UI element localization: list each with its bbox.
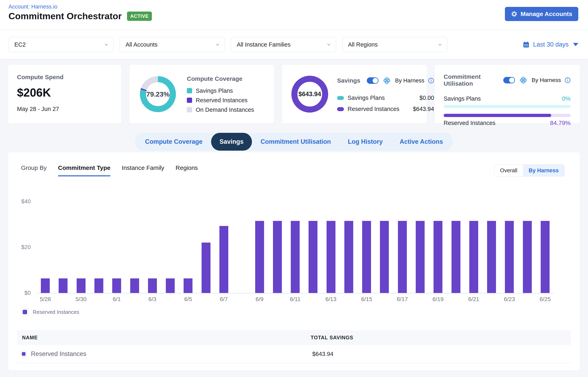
x-axis-label: 6/17 [393,296,411,303]
chart-bar-6-16[interactable] [380,221,389,293]
legend-swatch [187,107,192,112]
group-by-option-label: Instance Family [122,165,164,171]
info-icon[interactable] [428,78,434,84]
chart-bar-6-18[interactable] [416,221,425,293]
utilisation-progress-bar [444,114,571,117]
row-name: Reserved Instances [31,350,86,358]
chart-bar-6-15[interactable] [362,221,371,293]
x-axis-label: 6/7 [215,296,233,303]
service-select[interactable]: EC2 [9,37,114,52]
group-by-option-instance-family[interactable]: Instance Family [122,165,164,176]
legend-checkbox[interactable] [21,308,29,316]
info-icon[interactable] [565,77,571,83]
date-range-picker[interactable]: Last 30 days [522,41,578,48]
chevron-down-icon [326,42,332,47]
chart-bar-slot [376,201,393,293]
chart-bar-6-1[interactable] [112,278,121,293]
chart-bar-6-22[interactable] [487,221,496,293]
chart-bar-6-5[interactable] [184,278,192,293]
manage-accounts-label: Manage Accounts [521,11,572,17]
group-by-option-regions[interactable]: Regions [176,165,198,176]
chart-bar-slot [36,201,54,293]
tab-active-actions[interactable]: Active Actions [391,133,452,151]
chart-bar-slot [393,201,411,293]
summary-cards-row: Compute Spend $206K May 28 - Jun 27 79.2… [0,59,588,124]
savings-by-harness-toggle[interactable] [367,77,378,84]
chart-bar-5-28[interactable] [41,278,50,293]
chart-bar-slot [54,201,72,293]
compute-spend-card: Compute Spend $206K May 28 - Jun 27 [8,65,121,124]
section-tabs: Compute CoverageSavingsCommitment Utilis… [135,133,453,151]
legend-item: Savings Plans [187,87,254,94]
chart-bar-5-29[interactable] [59,278,67,293]
chart-bar-5-30[interactable] [77,278,86,293]
chart-bar-slot [519,201,536,293]
view-option-overall[interactable]: Overall [494,165,523,176]
column-header-total-savings: TOTAL SAVINGS [311,335,353,341]
chart-bar-6-20[interactable] [452,221,460,293]
view-option-by-harness[interactable]: By Harness [523,165,564,176]
chart-bar-slot [161,201,179,293]
savings-legend-rows: Savings Plans$0.00Reserved Instances$643… [337,94,434,112]
chart-bar-5-31[interactable] [94,278,103,293]
compute-spend-period: May 28 - Jun 27 [17,106,121,112]
tab-commitment-utilisation[interactable]: Commitment Utilisation [252,133,339,151]
calendar-icon [522,41,530,48]
table-row[interactable]: Reserved Instances$643.94 [17,345,571,363]
group-by-option-label: Commitment Type [58,165,111,171]
chevron-down-icon [215,42,220,47]
legend-swatch [23,310,27,314]
chart-bar-6-21[interactable] [469,221,478,293]
compute-coverage-donut: 79.23% [140,76,176,112]
utilisation-row-value: 0% [562,95,571,102]
chart-bar-6-6[interactable] [202,243,211,293]
row-swatch-fill [22,352,25,356]
chart-bar-6-25[interactable] [541,221,550,293]
utilisation-by-harness-label: By Harness [532,77,561,83]
chart-bar-6-24[interactable] [523,221,532,293]
chart-bar-6-3[interactable] [148,278,157,293]
chart-bar-6-14[interactable] [344,221,353,293]
tab-savings[interactable]: Savings [211,133,252,151]
instance-families-select[interactable]: All Instance Families [231,37,336,52]
manage-accounts-button[interactable]: Manage Accounts [505,7,578,21]
savings-legend-row: Savings Plans$0.00 [337,94,434,101]
table-header: NAME TOTAL SAVINGS [17,330,571,345]
chart-bar-6-11[interactable] [291,221,300,293]
x-axis-label: 5/30 [72,296,90,303]
tab-log-history[interactable]: Log History [339,133,391,151]
chart-bar-6-2[interactable] [130,278,139,293]
x-axis-label: 5/28 [36,296,54,303]
utilisation-by-harness-toggle[interactable] [503,77,515,83]
chart-bar-6-12[interactable] [309,221,317,293]
chart-bar-slot [465,201,483,293]
x-axis-label: 6/5 [179,296,197,303]
chart-bar-slot [233,201,251,293]
page-title: Commitment Orchestrator [9,11,122,22]
chart-bar-6-23[interactable] [505,221,514,293]
chart-bar-6-19[interactable] [433,221,443,293]
account-breadcrumb-link[interactable]: Account: Harness.io [9,4,57,10]
chart-bar-6-7[interactable] [219,226,228,293]
utilisation-row: Savings Plans0% [444,95,571,102]
commitment-orchestrator-page: Account: Harness.io Commitment Orchestra… [0,0,588,377]
chart-bar-6-10[interactable] [273,221,282,293]
regions-select-value: All Regions [348,41,378,48]
group-by-option-commitment-type[interactable]: Commitment Type [58,165,111,176]
utilisation-row-label: Savings Plans [444,95,481,102]
legend-label: On Demand Instances [196,106,254,113]
utilisation-row: Reserved Instances84.79% [444,119,571,126]
chart-bar-slot [90,201,108,293]
chart-bar-6-13[interactable] [327,221,335,293]
group-by-label: Group By [21,165,47,171]
tab-compute-coverage[interactable]: Compute Coverage [136,133,211,151]
chart-bar-6-4[interactable] [166,278,175,293]
x-axis-label [54,296,72,303]
chart-bar-6-17[interactable] [398,221,407,293]
compute-spend-value: $206K [17,86,121,99]
regions-select[interactable]: All Regions [342,37,447,52]
x-axis-label: 6/15 [358,296,376,303]
filter-bar: EC2All AccountsAll Instance FamiliesAll … [0,30,588,59]
chart-bar-6-9[interactable] [255,221,264,293]
accounts-select[interactable]: All Accounts [120,37,225,52]
